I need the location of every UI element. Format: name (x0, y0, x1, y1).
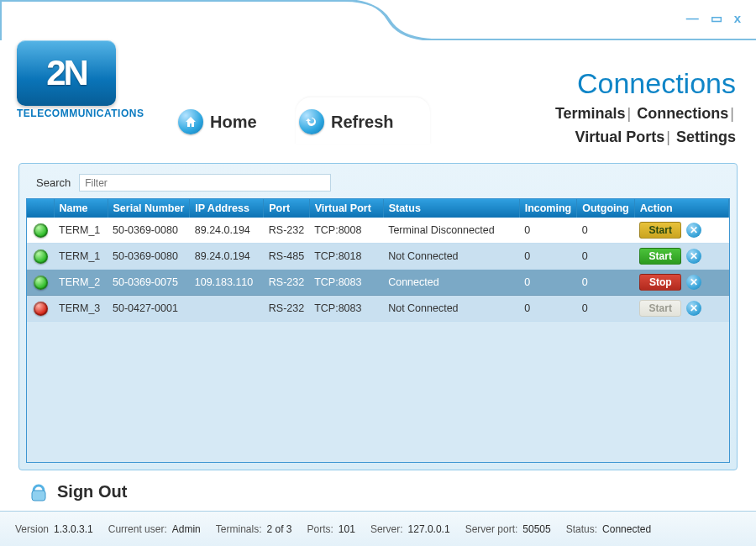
sb-user-k: Current user: (108, 523, 167, 535)
sign-out-label: Sign Out (57, 482, 127, 501)
nav-virtualports[interactable]: Virtual Ports (575, 129, 665, 145)
cell-ip: 89.24.0.194 (190, 244, 264, 270)
restore-button[interactable]: ▭ (711, 12, 722, 24)
nav-terminals[interactable]: Terminals (555, 105, 626, 122)
cell-vport: TCP:8018 (309, 244, 383, 270)
home-label: Home (210, 113, 257, 132)
sb-status-k: Status: (566, 523, 597, 535)
cell-status: Not Connected (383, 296, 519, 322)
cell-outgoing: 0 (577, 244, 635, 270)
cell-port: RS-232 (264, 218, 309, 244)
status-dot-icon (34, 302, 48, 316)
svg-rect-0 (32, 491, 45, 501)
cell-vport: TCP:8083 (309, 296, 383, 322)
cell-status: Connected (383, 270, 519, 296)
table-row[interactable]: TERM_150-0369-008089.24.0.194RS-232TCP:8… (27, 218, 729, 244)
sign-out-button[interactable]: Sign Out (24, 477, 142, 506)
home-icon (178, 109, 203, 134)
minimize-button[interactable]: — (686, 12, 699, 24)
cell-port: RS-232 (264, 296, 309, 322)
brand-logo-sub: TELECOMMUNICATIONS (17, 108, 144, 119)
sb-sport-k: Server port: (465, 523, 518, 535)
cell-serial: 50-0369-0080 (108, 218, 190, 244)
cell-incoming: 0 (519, 218, 577, 244)
col-status-dot[interactable] (27, 199, 54, 218)
cell-name: TERM_3 (54, 296, 108, 322)
cell-serial: 50-0369-0080 (108, 244, 190, 270)
refresh-icon (299, 109, 324, 134)
row-remove-icon[interactable]: ✕ (686, 275, 701, 290)
cell-port: RS-485 (264, 244, 309, 270)
status-bar: Version 1.3.0.3.1 Current user: Admin Te… (0, 511, 756, 546)
nav-connections[interactable]: Connections (637, 105, 728, 122)
close-window-button[interactable]: x (734, 12, 741, 24)
page-title: Connections (577, 67, 736, 100)
sb-ports-v: 101 (339, 523, 355, 535)
cell-outgoing: 0 (577, 296, 635, 322)
col-status[interactable]: Status (383, 199, 519, 218)
row-remove-icon[interactable]: ✕ (686, 301, 701, 316)
cell-ip: 89.24.0.194 (190, 218, 264, 244)
status-dot-icon (34, 249, 48, 264)
status-dot-icon (34, 276, 48, 290)
cell-name: TERM_1 (54, 244, 108, 270)
home-button[interactable]: Home (178, 109, 257, 134)
cell-vport: TCP:8008 (309, 218, 383, 244)
cell-incoming: 0 (519, 270, 577, 296)
cell-status: Terminal Disconnected (383, 218, 519, 244)
cell-incoming: 0 (519, 296, 577, 322)
sb-user-v: Admin (172, 523, 201, 535)
brand-logo: 2N (17, 40, 116, 106)
cell-vport: TCP:8083 (309, 270, 383, 296)
cell-serial: 50-0369-0075 (108, 270, 190, 296)
row-remove-icon[interactable]: ✕ (686, 223, 701, 238)
sb-sport-v: 50505 (522, 523, 550, 535)
table-row[interactable]: TERM_150-0369-008089.24.0.194RS-485TCP:8… (27, 244, 729, 270)
col-name[interactable]: Name (54, 199, 108, 218)
row-action-button[interactable]: Stop (639, 274, 681, 291)
row-remove-icon[interactable]: ✕ (686, 249, 701, 264)
cell-name: TERM_2 (54, 270, 108, 296)
refresh-button[interactable]: Refresh (299, 109, 393, 134)
nav-settings[interactable]: Settings (676, 129, 736, 145)
table-header-row: Name Serial Number IP Address Port Virtu… (27, 199, 729, 218)
brand-logo-text: 2N (46, 53, 87, 93)
content-panel: Search Name Serial Number IP Address Por… (18, 163, 738, 470)
cell-status: Not Connected (383, 244, 519, 270)
row-action-button[interactable]: Start (639, 248, 681, 265)
sb-server-v: 127.0.0.1 (408, 523, 450, 535)
col-port[interactable]: Port (264, 199, 309, 218)
cell-outgoing: 0 (577, 270, 635, 296)
lock-icon (29, 480, 49, 502)
page-nav: Terminals| Connections| Virtual Ports| S… (555, 102, 736, 150)
cell-serial: 50-0427-0001 (108, 296, 190, 322)
sb-version-k: Version (15, 523, 49, 535)
col-outgoing[interactable]: Outgoing (577, 199, 635, 218)
table-row[interactable]: TERM_350-0427-0001RS-232TCP:8083Not Conn… (27, 296, 729, 322)
sb-server-k: Server: (370, 523, 403, 535)
col-serial[interactable]: Serial Number (108, 199, 190, 218)
table-row[interactable]: TERM_250-0369-0075109.183.110RS-232TCP:8… (27, 270, 729, 296)
col-vport[interactable]: Virtual Port (309, 199, 383, 218)
status-dot-icon (34, 223, 48, 238)
cell-ip (190, 296, 264, 322)
sb-version-v: 1.3.0.3.1 (54, 523, 93, 535)
col-ip[interactable]: IP Address (190, 199, 264, 218)
cell-incoming: 0 (519, 244, 577, 270)
cell-outgoing: 0 (577, 218, 635, 244)
search-label: Search (36, 176, 71, 189)
col-action[interactable]: Action (634, 199, 728, 218)
cell-name: TERM_1 (54, 218, 108, 244)
row-action-button: Start (639, 300, 681, 317)
col-incoming[interactable]: Incoming (519, 199, 577, 218)
row-action-button[interactable]: Start (639, 222, 681, 239)
sb-status-v: Connected (602, 523, 651, 535)
cell-port: RS-232 (264, 270, 309, 296)
sb-terms-k: Terminals: (216, 523, 262, 535)
search-input[interactable] (79, 174, 331, 192)
cell-ip: 109.183.110 (190, 270, 264, 296)
window-chrome (0, 0, 756, 40)
sb-ports-k: Ports: (307, 523, 333, 535)
refresh-label: Refresh (331, 113, 393, 132)
sb-terms-v: 2 of 3 (266, 523, 291, 535)
